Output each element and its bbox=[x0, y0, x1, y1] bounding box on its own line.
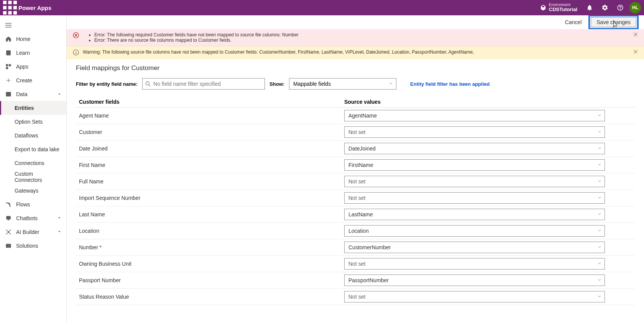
show-select[interactable]: Mappable fields bbox=[289, 78, 396, 90]
sidebar-item-label: Flows bbox=[16, 201, 30, 208]
sidebar-item-apps[interactable]: Apps bbox=[0, 60, 66, 74]
close-icon[interactable] bbox=[633, 49, 638, 55]
sidebar-item-data[interactable]: Data bbox=[0, 87, 66, 101]
environment-picker[interactable]: Environment CDSTutorial bbox=[540, 3, 577, 12]
source-select[interactable]: AgentName bbox=[344, 110, 605, 121]
source-select[interactable]: Not set bbox=[344, 291, 605, 302]
sidebar-item-chatbots[interactable]: Chatbots bbox=[0, 211, 66, 225]
svg-rect-1 bbox=[8, 1, 12, 4]
error-message: Error: There are no source file columns … bbox=[94, 38, 299, 43]
table-row: Last Name LastName bbox=[76, 206, 635, 223]
sidebar-item-flows[interactable]: Flows bbox=[0, 198, 66, 211]
sidebar-item-label: Custom Connectors bbox=[15, 171, 62, 183]
sidebar-item-ai-builder[interactable]: AI Builder bbox=[0, 225, 66, 239]
source-select[interactable]: Not set bbox=[344, 258, 605, 270]
avatar[interactable]: HL bbox=[629, 2, 641, 13]
error-icon bbox=[73, 32, 79, 38]
source-select[interactable]: LastName bbox=[344, 209, 605, 220]
field-label: Full Name bbox=[76, 178, 344, 185]
sidebar-item-label: Create bbox=[16, 77, 32, 83]
field-label: Number * bbox=[76, 244, 344, 250]
save-changes-button[interactable]: Save changes bbox=[591, 17, 636, 27]
learn-icon bbox=[5, 49, 12, 57]
svg-rect-7 bbox=[8, 11, 12, 15]
toolbar: Cancel Save changes bbox=[67, 15, 644, 29]
sidebar-item-entities[interactable]: Entities bbox=[0, 101, 66, 115]
filter-input[interactable] bbox=[142, 78, 265, 90]
sidebar-item-solutions[interactable]: Solutions bbox=[0, 239, 66, 253]
close-icon[interactable] bbox=[633, 32, 638, 38]
sidebar-item-connections[interactable]: Connections bbox=[0, 156, 66, 170]
sidebar-item-label: Apps bbox=[16, 64, 28, 70]
sidebar-item-label: Gateways bbox=[15, 188, 38, 194]
help-icon[interactable] bbox=[613, 0, 628, 15]
sidebar-item-gateways[interactable]: Gateways bbox=[0, 184, 66, 198]
source-select[interactable]: Not set bbox=[344, 126, 605, 138]
cancel-button[interactable]: Cancel bbox=[561, 17, 586, 28]
field-label: First Name bbox=[76, 162, 344, 168]
source-select[interactable]: Not set bbox=[344, 192, 605, 204]
table-row: Location Location bbox=[76, 223, 635, 239]
svg-rect-9 bbox=[5, 23, 12, 24]
svg-rect-13 bbox=[6, 64, 8, 66]
svg-rect-15 bbox=[6, 67, 8, 69]
hamburger-icon[interactable] bbox=[0, 18, 66, 32]
chatbots-icon bbox=[5, 214, 12, 222]
table-row: Full Name Not set bbox=[76, 173, 635, 190]
warning-message: Warning: The following source file colum… bbox=[83, 49, 474, 55]
column-header-field: Customer fields bbox=[76, 99, 344, 105]
plus-icon bbox=[5, 77, 12, 84]
svg-rect-14 bbox=[9, 64, 11, 66]
sidebar-item-home[interactable]: Home bbox=[0, 32, 66, 46]
sidebar-item-dataflows[interactable]: Dataflows bbox=[0, 129, 66, 142]
page-title: Field mappings for Customer bbox=[76, 64, 635, 72]
field-label: Location bbox=[76, 228, 344, 234]
table-row: Date Joined DateJoined bbox=[76, 141, 635, 157]
sidebar-item-learn[interactable]: Learn bbox=[0, 46, 66, 60]
source-select[interactable]: Not set bbox=[344, 176, 605, 187]
svg-rect-25 bbox=[6, 244, 8, 247]
source-select[interactable]: CustomerNumber bbox=[344, 242, 605, 253]
source-select[interactable]: PassportNumber bbox=[344, 275, 605, 286]
table-row: Agent Name AgentName bbox=[76, 108, 635, 124]
sidebar-item-create[interactable]: Create bbox=[0, 74, 66, 87]
sidebar-item-label: Connections bbox=[15, 160, 44, 166]
source-select[interactable]: FirstName bbox=[344, 159, 605, 171]
svg-rect-5 bbox=[13, 6, 17, 10]
error-banner: Error: The following required Customer f… bbox=[67, 29, 644, 46]
table-row: Owning Business Unit Not set bbox=[76, 256, 635, 272]
table-header: Customer fields Source values bbox=[76, 96, 635, 108]
sidebar-item-custom-connectors[interactable]: Custom Connectors bbox=[0, 170, 66, 184]
settings-icon[interactable] bbox=[597, 0, 613, 15]
data-icon bbox=[5, 90, 12, 98]
svg-point-29 bbox=[146, 82, 149, 85]
svg-rect-12 bbox=[7, 51, 11, 55]
source-select[interactable]: Location bbox=[344, 225, 605, 237]
ai-builder-icon bbox=[5, 228, 12, 236]
sidebar-item-export[interactable]: Export to data lake bbox=[0, 142, 66, 156]
sidebar-item-label: Home bbox=[16, 36, 30, 42]
svg-rect-6 bbox=[3, 11, 7, 15]
search-icon bbox=[145, 81, 151, 87]
sidebar-item-option-sets[interactable]: Option Sets bbox=[0, 115, 66, 129]
solutions-icon bbox=[5, 242, 12, 250]
env-name: CDSTutorial bbox=[549, 7, 577, 12]
field-label: Last Name bbox=[76, 211, 344, 217]
field-label: Status Reason Value bbox=[76, 294, 344, 300]
svg-point-17 bbox=[7, 203, 8, 204]
chevron-down-icon bbox=[57, 229, 62, 235]
sidebar-item-label: AI Builder bbox=[16, 229, 39, 235]
mapping-table: Customer fields Source values Agent Name… bbox=[76, 96, 635, 305]
svg-rect-0 bbox=[3, 1, 7, 4]
svg-rect-4 bbox=[8, 6, 12, 10]
svg-rect-3 bbox=[3, 6, 7, 10]
sidebar-item-label: Export to data lake bbox=[15, 146, 59, 152]
sidebar-item-label: Dataflows bbox=[15, 132, 38, 139]
waffle-icon[interactable] bbox=[3, 1, 17, 15]
source-select[interactable]: DateJoined bbox=[344, 143, 605, 154]
column-header-source: Source values bbox=[344, 99, 635, 105]
notifications-icon[interactable] bbox=[582, 0, 597, 15]
sidebar-item-label: Data bbox=[16, 91, 28, 97]
sidebar: Home Learn Apps Create Data Entities Opt… bbox=[0, 15, 67, 322]
env-label: Environment bbox=[549, 3, 577, 7]
